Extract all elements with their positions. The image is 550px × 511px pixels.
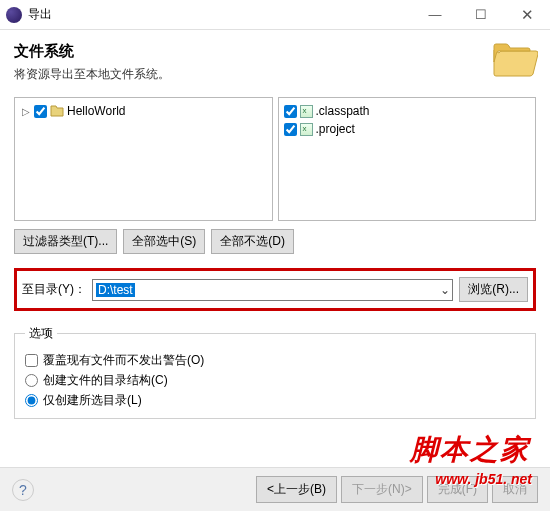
create-structure-label: 创建文件的目录结构(C) [43, 372, 168, 389]
page-subtitle: 将资源导出至本地文件系统。 [14, 66, 536, 83]
wizard-header: 文件系统 将资源导出至本地文件系统。 [0, 30, 550, 97]
expand-icon[interactable]: ▷ [20, 106, 31, 117]
help-button[interactable]: ? [12, 479, 34, 501]
file-label: .project [316, 122, 355, 136]
maximize-button[interactable]: ☐ [458, 0, 504, 29]
file-tree[interactable]: x .classpath x .project [278, 97, 537, 221]
xml-file-icon: x [300, 105, 313, 118]
wizard-footer: ? <上一步(B) 下一步(N)> 完成(F) 取消 [0, 467, 550, 511]
filter-types-button[interactable]: 过滤器类型(T)... [14, 229, 117, 254]
overwrite-checkbox[interactable] [25, 354, 38, 367]
options-legend: 选项 [25, 325, 57, 342]
file-checkbox[interactable] [284, 105, 297, 118]
create-selected-radio[interactable] [25, 394, 38, 407]
close-button[interactable]: ✕ [504, 0, 550, 29]
overwrite-option[interactable]: 覆盖现有文件而不发出警告(O) [25, 350, 525, 370]
resource-tree[interactable]: ▷ HelloWorld [14, 97, 273, 221]
finish-button[interactable]: 完成(F) [427, 476, 488, 503]
create-selected-option[interactable]: 仅创建所选目录(L) [25, 390, 525, 410]
file-checkbox[interactable] [284, 123, 297, 136]
options-group: 选项 覆盖现有文件而不发出警告(O) 创建文件的目录结构(C) 仅创建所选目录(… [14, 325, 536, 419]
eclipse-icon [6, 7, 22, 23]
browse-button[interactable]: 浏览(R)... [459, 277, 528, 302]
destination-row: 至目录(Y)： D:\test ⌄ 浏览(R)... [14, 268, 536, 311]
titlebar: 导出 — ☐ ✕ [0, 0, 550, 30]
selection-actions: 过滤器类型(T)... 全部选中(S) 全部不选(D) [14, 229, 536, 254]
page-title: 文件系统 [14, 42, 536, 61]
create-selected-label: 仅创建所选目录(L) [43, 392, 142, 409]
next-button[interactable]: 下一步(N)> [341, 476, 423, 503]
watermark-text: 脚本之家 [410, 431, 530, 469]
folder-icon [492, 38, 538, 78]
node-label: HelloWorld [67, 104, 125, 118]
file-node[interactable]: x .project [281, 120, 534, 138]
xml-file-icon: x [300, 123, 313, 136]
back-button[interactable]: <上一步(B) [256, 476, 337, 503]
tree-node[interactable]: ▷ HelloWorld [17, 102, 270, 120]
destination-combo[interactable]: D:\test ⌄ [92, 279, 453, 301]
create-structure-option[interactable]: 创建文件的目录结构(C) [25, 370, 525, 390]
project-icon [50, 104, 64, 118]
create-structure-radio[interactable] [25, 374, 38, 387]
destination-label: 至目录(Y)： [22, 281, 86, 298]
destination-value: D:\test [96, 283, 135, 297]
overwrite-label: 覆盖现有文件而不发出警告(O) [43, 352, 204, 369]
select-all-button[interactable]: 全部选中(S) [123, 229, 205, 254]
deselect-all-button[interactable]: 全部不选(D) [211, 229, 294, 254]
minimize-button[interactable]: — [412, 0, 458, 29]
file-node[interactable]: x .classpath [281, 102, 534, 120]
window-title: 导出 [28, 6, 412, 23]
node-checkbox[interactable] [34, 105, 47, 118]
chevron-down-icon[interactable]: ⌄ [440, 283, 450, 297]
file-label: .classpath [316, 104, 370, 118]
cancel-button[interactable]: 取消 [492, 476, 538, 503]
